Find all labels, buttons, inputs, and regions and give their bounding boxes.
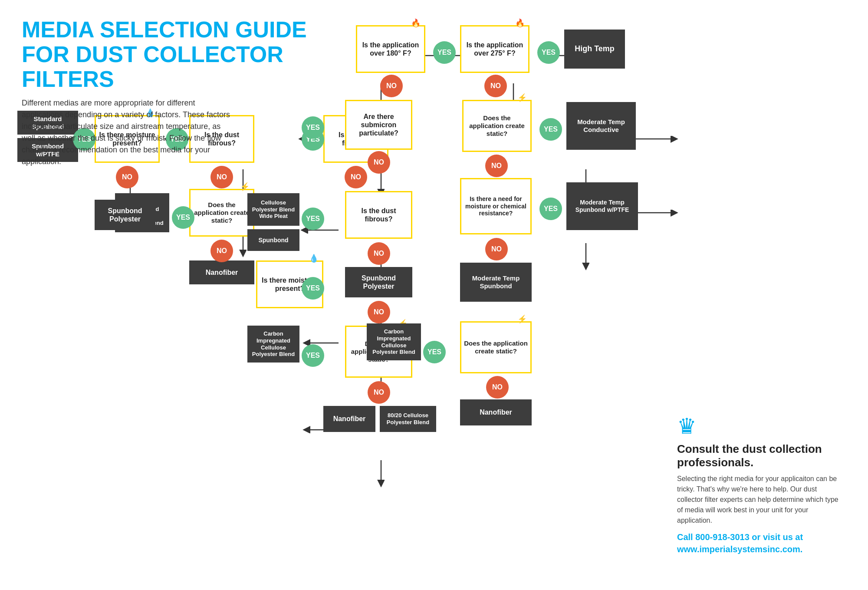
- page: MEDIA SELECTION GUIDE FOR DUST COLLECTOR…: [0, 0, 868, 590]
- yes-moisture-need: YES: [539, 198, 562, 220]
- consult-cta: Call 800-918-3013 or visit us at www.imp…: [677, 531, 842, 555]
- does-static-left-box: Does the application create static?: [189, 189, 254, 237]
- no-fibrous-mid: NO: [368, 242, 390, 265]
- yes-spunbond-mid: YES: [302, 277, 324, 300]
- yes-static-mid: YES: [423, 341, 446, 363]
- over180-box: Is the application over 180° F?: [356, 25, 425, 73]
- no-fibrous-left: NO: [210, 166, 233, 188]
- nanofiber-left-box: Nanofiber: [189, 260, 254, 284]
- no-static-bottom: NO: [368, 381, 390, 404]
- header-section: MEDIA SELECTION GUIDE FOR DUST COLLECTOR…: [22, 17, 317, 168]
- over275-box: Is the application over 275° F?: [460, 25, 529, 73]
- header-description: Different medias are more appropriate fo…: [22, 97, 230, 168]
- moisture-need-box: Is there a need for moisture or chemical…: [460, 178, 532, 234]
- yes-over275: YES: [537, 41, 560, 64]
- are-submicron-box: Are there submicron particulate?: [345, 100, 412, 150]
- consult-body: Selecting the right media for your appli…: [677, 474, 842, 526]
- no-moisture-left: NO: [116, 166, 138, 188]
- no-moisture-need: NO: [485, 238, 508, 260]
- is-fibrous-mid-box: Is the dust fibrous?: [345, 191, 412, 239]
- yes-static-right: YES: [539, 118, 562, 141]
- static-mid-box: Does the application create static?: [460, 321, 532, 373]
- yes-fibrous-mid: YES: [302, 208, 324, 230]
- spunbond-node-box: Spunbond: [247, 229, 299, 251]
- no-fibrous-top: NO: [345, 166, 367, 188]
- cellulose-8020-box: 80/20 Cellulose Polyester Blend: [380, 406, 436, 432]
- high-temp-box: High Temp: [564, 30, 625, 69]
- no-spunbond-mid: NO: [368, 301, 390, 323]
- yes-over180: YES: [433, 41, 456, 64]
- no-over275: NO: [484, 75, 507, 97]
- crown-icon: ♛: [677, 414, 842, 439]
- mod-temp-spunbond2-box: Moderate Temp Spunbond: [460, 263, 532, 302]
- carbon-imp-bottom-box: Carbon Impregnated Cellulose Polyester B…: [247, 326, 299, 363]
- consult-section: ♛ Consult the dust collection profession…: [677, 414, 842, 555]
- page-title: MEDIA SELECTION GUIDE FOR DUST COLLECTOR…: [22, 17, 317, 92]
- mod-temp-conductive-box: Moderate Temp Conductive: [566, 102, 636, 150]
- no-static-left: NO: [210, 240, 233, 262]
- yes-static-left: YES: [172, 206, 194, 229]
- consult-title: Consult the dust collection professional…: [677, 442, 842, 469]
- nanofiber-mid-right-box: Nanofiber: [460, 399, 532, 425]
- yes-static-bottom: YES: [302, 344, 324, 367]
- does-static-right-box: Does the application create static?: [462, 100, 532, 152]
- nanofiber2-box: Nanofiber: [323, 406, 375, 432]
- no-static-right: NO: [485, 155, 508, 177]
- cellulose-wide-box: Cellulose Polyester Blend Wide Pleat: [247, 193, 299, 226]
- spunbond-poly-left-box: Spunbond Polyester: [95, 200, 155, 230]
- no-static-mid: NO: [486, 376, 509, 399]
- no-over180: NO: [380, 75, 403, 97]
- spunbond-poly-mid-box: Spunbond Polyester: [345, 267, 412, 297]
- carbon-imp-mid-box: Carbon Impregnated Cellulose Polyester B…: [367, 323, 421, 360]
- mod-temp-spunbond-box: Moderate Temp Spunbond w/PTFE: [566, 182, 638, 230]
- no-are-submicron: NO: [368, 151, 390, 174]
